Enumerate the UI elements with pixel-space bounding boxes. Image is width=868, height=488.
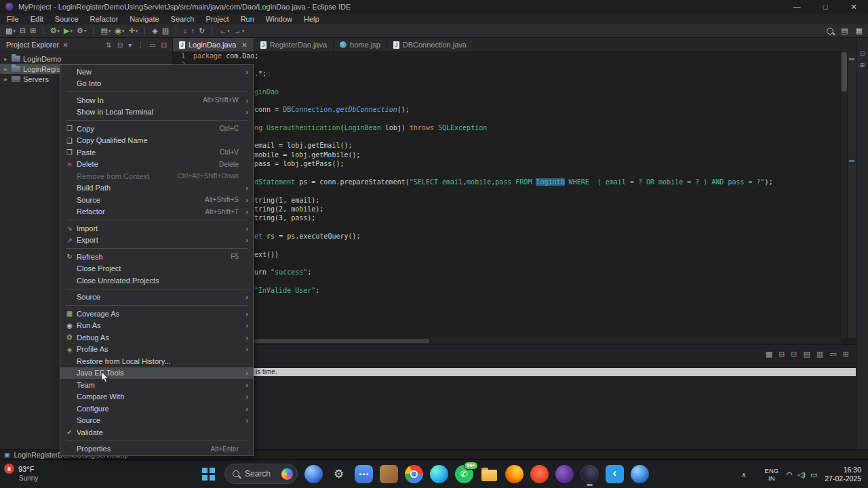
new-wizard-icon[interactable]: ▩▾ — [5, 27, 16, 35]
menu-project[interactable]: Project — [205, 15, 229, 23]
filter-icon[interactable]: ▾ — [128, 41, 132, 49]
maximize-button[interactable]: □ — [811, 0, 840, 14]
tray-overflow-chevron-icon[interactable]: ∧ — [741, 471, 746, 479]
debug-icon[interactable]: ❂▾ — [50, 27, 60, 35]
new-java-project-icon[interactable]: ▤▾ — [100, 27, 111, 35]
menu-run[interactable]: Run — [241, 15, 254, 23]
context-menu-item-export[interactable]: ↗Export› — [60, 235, 253, 247]
taskbar-app-browser[interactable] — [530, 465, 549, 483]
back-icon[interactable]: ←▾ — [219, 27, 230, 35]
taskbar-app-edge[interactable] — [430, 465, 448, 483]
expand-arrow-icon[interactable]: ▸ — [3, 76, 9, 83]
clear-console-icon[interactable]: ▩ — [766, 350, 772, 359]
context-menu-item-source[interactable]: Source› — [60, 291, 253, 304]
taskbar-app-eclipse-installer[interactable] — [555, 465, 574, 483]
taskbar-app-file-explorer[interactable] — [480, 465, 498, 483]
context-menu-item-debug-as[interactable]: ❂Debug As› — [60, 331, 253, 344]
context-menu-item-team[interactable]: Team› — [60, 379, 253, 391]
context-menu-item-build-path[interactable]: Build Path› — [60, 182, 253, 195]
restore-view-icon[interactable]: ⊡ — [860, 50, 865, 57]
java-search-icon[interactable]: ▥ — [162, 27, 169, 35]
menu-help[interactable]: Help — [304, 15, 319, 23]
close-button[interactable]: ✕ — [840, 0, 868, 14]
focus-icon[interactable]: ⇅ — [106, 41, 111, 49]
context-menu-item-restore-from-local-history[interactable]: Restore from Local History... — [60, 355, 253, 367]
next-annotation-icon[interactable]: ↓ — [183, 27, 187, 35]
menu-refactor[interactable]: Refactor — [90, 15, 119, 23]
menu-source[interactable]: Source — [55, 15, 79, 23]
context-menu-item-close-unrelated-projects[interactable]: Close Unrelated Projects — [60, 274, 253, 287]
editor-tab-dbconnection-java[interactable]: JDBConnection.java — [387, 38, 473, 52]
taskbar-app-chrome[interactable] — [405, 465, 423, 483]
taskbar-app-dev-app[interactable] — [631, 465, 649, 483]
context-menu-item-profile-as[interactable]: ◈Profile As› — [60, 344, 253, 356]
pin-console-icon[interactable]: ⊡ — [791, 350, 797, 359]
view-menu-icon[interactable]: ⋮ — [137, 41, 144, 49]
context-menu-item-coverage-as[interactable]: ▦Coverage As› — [60, 308, 253, 320]
context-menu-item-java-ee-tools[interactable]: Java EE Tools› — [60, 367, 253, 380]
context-menu-item-refresh[interactable]: ↻RefreshF5 — [60, 251, 253, 263]
context-menu-item-copy-qualified-name[interactable]: ❑Copy Qualified Name — [60, 135, 253, 147]
horizontal-scrollbar-thumb[interactable] — [253, 339, 429, 343]
external-tools-icon[interactable]: ⚙▾ — [77, 27, 86, 35]
taskbar-app-chat[interactable]: … — [355, 465, 373, 483]
editor-tab-home-jsp[interactable]: home.jsp — [334, 38, 387, 52]
perspective-java-ee-icon[interactable]: ▤ — [841, 27, 848, 35]
context-menu-item-close-project[interactable]: Close Project — [60, 263, 253, 275]
prev-annotation-icon[interactable]: ↑ — [191, 27, 195, 35]
volume-icon[interactable]: ◁) — [797, 470, 806, 479]
maximize-panel-icon[interactable]: ⊞ — [843, 350, 849, 359]
context-menu-item-validate[interactable]: ✔Validate — [60, 426, 253, 439]
quick-access-search-icon[interactable] — [827, 28, 833, 35]
maximize-view-icon[interactable]: ⊡ — [161, 41, 167, 49]
forward-icon[interactable]: →▾ — [234, 27, 245, 35]
editor-tab-logindao-java[interactable]: JLoginDao.java✕ — [173, 38, 254, 52]
context-menu-item-refactor[interactable]: RefactorAlt+Shift+T› — [60, 206, 253, 218]
context-menu-item-run-as[interactable]: ◉Run As› — [60, 320, 253, 332]
taskbar-search[interactable]: Search — [224, 464, 298, 484]
context-menu-item-paste[interactable]: ❒PasteCtrl+V — [60, 146, 253, 159]
close-view-icon[interactable]: ✕ — [62, 41, 68, 49]
taskbar-weather-widget[interactable]: 8 93°F Sunny — [4, 464, 38, 483]
menu-file[interactable]: File — [7, 15, 19, 23]
collapse-all-icon[interactable]: ⊟ — [117, 41, 123, 49]
context-menu-item-new[interactable]: New› — [60, 66, 253, 78]
save-all-icon[interactable]: ⊞ — [30, 27, 36, 35]
menu-navigate[interactable]: Navigate — [130, 15, 159, 23]
expand-arrow-icon[interactable]: ▸ — [3, 56, 9, 62]
context-menu-item-show-in-local-terminal[interactable]: Show in Local Terminal› — [60, 106, 253, 119]
save-icon[interactable]: ⊟ — [20, 27, 26, 35]
code-editor[interactable]: 1package com.Dao;2.*;▢ginDaoconn = DBCon… — [173, 52, 841, 338]
taskbar-app-whatsapp[interactable]: ✆99+ — [455, 465, 473, 483]
context-menu-item-properties[interactable]: PropertiesAlt+Enter — [60, 443, 253, 455]
context-menu-item-compare-with[interactable]: Compare With› — [60, 391, 253, 403]
taskbar-app-vscode[interactable]: ‹ — [606, 465, 624, 483]
context-menu-item-copy[interactable]: ❐CopyCtrl+C — [60, 123, 253, 135]
expand-arrow-icon[interactable]: ▸ — [3, 66, 9, 73]
context-menu-item-source[interactable]: SourceAlt+Shift+S› — [60, 194, 253, 206]
context-menu-item-source[interactable]: Source› — [60, 415, 253, 427]
last-edit-location-icon[interactable]: ↻ — [199, 27, 205, 35]
context-menu-item-show-in[interactable]: Show InAlt+Shift+W› — [60, 94, 253, 106]
menu-edit[interactable]: Edit — [31, 15, 43, 23]
open-console-icon[interactable]: ▥ — [816, 350, 823, 359]
open-type-icon[interactable]: ◈ — [152, 27, 157, 35]
scroll-lock-icon[interactable]: ⊟ — [778, 350, 785, 359]
battery-icon[interactable]: ▭ — [810, 470, 817, 479]
context-menu-item-configure[interactable]: Configure› — [60, 403, 253, 415]
new-package-icon[interactable]: ✚▾ — [129, 27, 138, 35]
tree-item-logindemo[interactable]: ▸LoginDemo — [0, 54, 172, 64]
editor-tab-registerdao-java[interactable]: JRegisterDao.java — [254, 38, 334, 52]
horizontal-scrollbar-track[interactable] — [173, 338, 841, 344]
menu-search[interactable]: Search — [171, 15, 195, 23]
close-tab-icon[interactable]: ✕ — [241, 41, 247, 49]
perspective-java-icon[interactable]: ▦ — [856, 27, 863, 35]
taskbar-app-firefox[interactable] — [505, 465, 524, 483]
language-indicator[interactable]: ENG IN — [765, 467, 779, 482]
display-selected-console-icon[interactable]: ▤ — [804, 350, 810, 359]
new-class-icon[interactable]: ◉▾ — [115, 27, 124, 35]
context-menu-item-go-into[interactable]: Go Into — [60, 78, 253, 90]
minimize-button[interactable]: — — [783, 0, 811, 14]
wifi-icon[interactable]: ◠ — [786, 470, 793, 479]
start-button[interactable] — [199, 464, 218, 483]
